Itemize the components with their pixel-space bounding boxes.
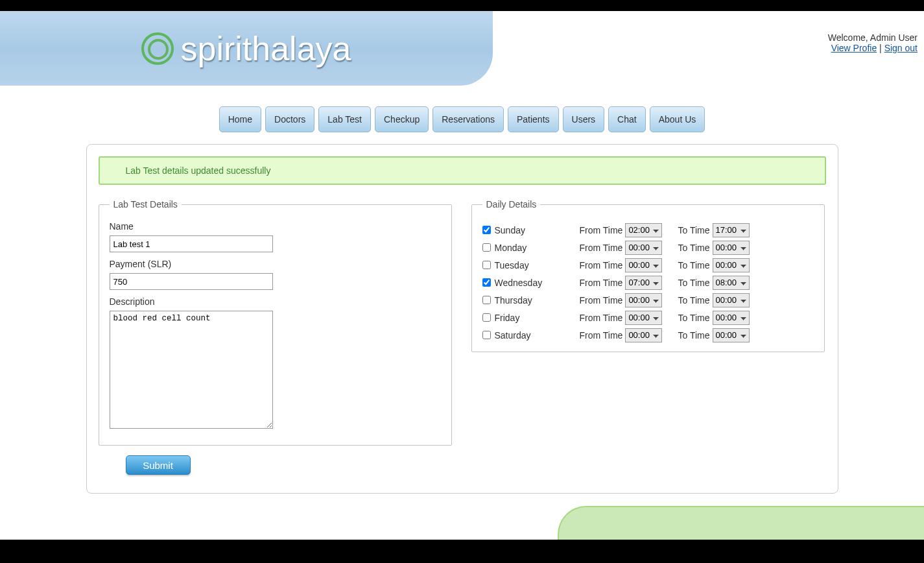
success-message: Lab Test details updated sucessfully bbox=[99, 156, 826, 185]
from-time-label: From Time bbox=[580, 330, 623, 341]
brand-banner: spirithalaya bbox=[0, 11, 493, 86]
day-row-sunday: SundayFrom Time02:00To Time17:00 bbox=[482, 221, 814, 239]
from-time-select-thursday[interactable]: 00:00 bbox=[625, 293, 662, 307]
day-row-monday: MondayFrom Time00:00To Time00:00 bbox=[482, 239, 814, 256]
nav-patients[interactable]: Patients bbox=[508, 106, 559, 132]
nav-about-us[interactable]: About Us bbox=[650, 106, 705, 132]
from-time-label: From Time bbox=[580, 278, 623, 288]
to-time-select-friday[interactable]: 00:00 bbox=[713, 311, 750, 325]
nav-reservations[interactable]: Reservations bbox=[432, 106, 504, 132]
main-nav: Home Doctors Lab Test Checkup Reservatio… bbox=[0, 106, 924, 132]
to-time-label: To Time bbox=[678, 225, 710, 235]
daily-details-legend: Daily Details bbox=[482, 199, 541, 210]
day-checkbox-tuesday[interactable] bbox=[482, 261, 491, 269]
to-time-select-tuesday[interactable]: 00:00 bbox=[713, 258, 750, 272]
user-name: Admin User bbox=[870, 32, 918, 43]
day-label: Monday bbox=[495, 243, 527, 253]
from-time-label: From Time bbox=[580, 260, 623, 270]
to-time-select-saturday[interactable]: 00:00 bbox=[713, 328, 750, 342]
day-label: Wednesday bbox=[495, 278, 543, 288]
to-time-label: To Time bbox=[678, 313, 710, 323]
to-time-label: To Time bbox=[678, 295, 710, 305]
lab-test-details-fieldset: Lab Test Details Name Payment (SLR) Desc… bbox=[99, 199, 452, 446]
nav-checkup[interactable]: Checkup bbox=[375, 106, 429, 132]
to-time-select-thursday[interactable]: 00:00 bbox=[713, 293, 750, 307]
sign-out-link[interactable]: Sign out bbox=[884, 43, 918, 53]
daily-details-fieldset: Daily Details SundayFrom Time02:00To Tim… bbox=[471, 199, 825, 352]
description-label: Description bbox=[110, 296, 441, 307]
window-top-bar bbox=[0, 0, 924, 11]
submit-button[interactable]: Submit bbox=[126, 455, 191, 475]
from-time-label: From Time bbox=[580, 225, 623, 235]
header: spirithalaya Welcome, Admin User View Pr… bbox=[0, 11, 924, 86]
from-time-select-monday[interactable]: 00:00 bbox=[625, 241, 662, 255]
name-label: Name bbox=[110, 221, 441, 232]
to-time-label: To Time bbox=[678, 278, 710, 288]
to-time-select-sunday[interactable]: 17:00 bbox=[713, 223, 750, 237]
from-time-select-sunday[interactable]: 02:00 bbox=[625, 223, 662, 237]
day-row-tuesday: TuesdayFrom Time00:00To Time00:00 bbox=[482, 256, 814, 274]
nav-lab-test[interactable]: Lab Test bbox=[318, 106, 371, 132]
from-time-select-saturday[interactable]: 00:00 bbox=[625, 328, 662, 342]
separator: | bbox=[879, 43, 884, 53]
day-label: Sunday bbox=[495, 225, 525, 235]
name-input[interactable] bbox=[110, 235, 273, 252]
welcome-prefix: Welcome, bbox=[828, 32, 870, 43]
day-row-friday: FridayFrom Time00:00To Time00:00 bbox=[482, 309, 814, 326]
payment-input[interactable] bbox=[110, 273, 273, 290]
welcome-text: Welcome, Admin User bbox=[828, 32, 918, 43]
day-row-wednesday: WednesdayFrom Time07:00To Time08:00 bbox=[482, 274, 814, 291]
from-time-label: From Time bbox=[580, 295, 623, 305]
lab-details-legend: Lab Test Details bbox=[110, 199, 182, 210]
footer-decor bbox=[558, 506, 924, 520]
description-textarea[interactable] bbox=[110, 311, 273, 429]
nav-chat[interactable]: Chat bbox=[608, 106, 646, 132]
day-checkbox-monday[interactable] bbox=[482, 243, 491, 252]
day-checkbox-friday[interactable] bbox=[482, 313, 491, 322]
to-time-label: To Time bbox=[678, 243, 710, 253]
day-checkbox-sunday[interactable] bbox=[482, 226, 491, 234]
day-label: Tuesday bbox=[495, 260, 529, 270]
from-time-select-wednesday[interactable]: 07:00 bbox=[625, 276, 662, 290]
nav-doctors[interactable]: Doctors bbox=[265, 106, 314, 132]
payment-label: Payment (SLR) bbox=[110, 259, 441, 269]
day-label: Saturday bbox=[495, 330, 531, 341]
nav-home[interactable]: Home bbox=[219, 106, 261, 132]
day-checkbox-saturday[interactable] bbox=[482, 331, 491, 339]
day-label: Thursday bbox=[495, 295, 532, 305]
day-label: Friday bbox=[495, 313, 520, 323]
day-checkbox-thursday[interactable] bbox=[482, 296, 491, 304]
day-row-thursday: ThursdayFrom Time00:00To Time00:00 bbox=[482, 291, 814, 309]
user-info: Welcome, Admin User View Profie | Sign o… bbox=[828, 32, 918, 53]
from-time-select-tuesday[interactable]: 00:00 bbox=[625, 258, 662, 272]
to-time-select-monday[interactable]: 00:00 bbox=[713, 241, 750, 255]
from-time-select-friday[interactable]: 00:00 bbox=[625, 311, 662, 325]
day-checkbox-wednesday[interactable] bbox=[482, 278, 491, 287]
from-time-label: From Time bbox=[580, 243, 623, 253]
to-time-label: To Time bbox=[678, 260, 710, 270]
to-time-select-wednesday[interactable]: 08:00 bbox=[713, 276, 750, 290]
brand-title: spirithalaya bbox=[180, 29, 351, 68]
day-row-saturday: SaturdayFrom Time00:00To Time00:00 bbox=[482, 326, 814, 344]
to-time-label: To Time bbox=[678, 330, 710, 341]
main-panel: Lab Test details updated sucessfully Lab… bbox=[86, 144, 838, 494]
view-profile-link[interactable]: View Profie bbox=[831, 43, 877, 53]
nav-users[interactable]: Users bbox=[563, 106, 605, 132]
from-time-label: From Time bbox=[580, 313, 623, 323]
spiral-logo-icon bbox=[141, 32, 174, 65]
